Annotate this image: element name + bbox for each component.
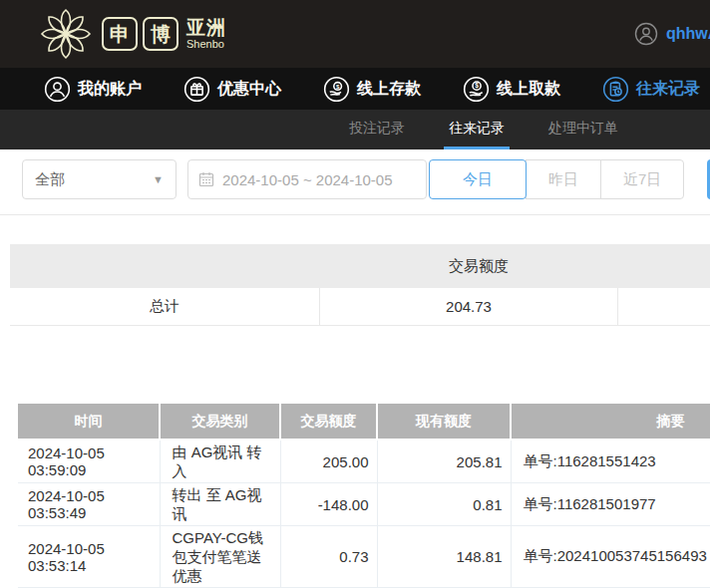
- nav-item-promo-center[interactable]: 优惠中心: [183, 76, 281, 103]
- nav-item-online-withdraw[interactable]: $ 线上取款: [463, 76, 560, 103]
- table-row: 2024-10-05 03:59:09 由 AG视讯 转入 205.00 205…: [18, 440, 710, 483]
- gift-icon: [183, 76, 210, 103]
- date-range-input[interactable]: 2024-10-05 ~ 2024-10-05: [187, 159, 427, 199]
- cell-type: 由 AG视讯 转入: [160, 440, 280, 483]
- calendar-icon: [198, 171, 214, 187]
- records-header-row: 时间 交易类别 交易额度 现有额度 摘要: [18, 404, 710, 440]
- col-type: 交易类别: [160, 404, 280, 440]
- tab-pending-orders[interactable]: 处理中订单: [543, 110, 623, 149]
- quick-date-buttons: 今日 昨日 近7日: [429, 159, 684, 199]
- yesterday-button[interactable]: 昨日: [526, 159, 601, 199]
- svg-text:$: $: [475, 82, 479, 90]
- cell-time: 2024-10-05 03:59:09: [18, 440, 160, 483]
- withdraw-hand-coin-icon: $: [463, 76, 490, 103]
- tab-bet-records[interactable]: 投注记录: [344, 110, 410, 149]
- cell-summary: 单号:116281501977: [511, 483, 710, 526]
- nav-label: 线上存款: [357, 79, 421, 100]
- cell-time: 2024-10-05 03:53:49: [18, 483, 160, 526]
- user-account[interactable]: qhhwA: [634, 22, 710, 46]
- cell-balance: 148.81: [377, 526, 511, 588]
- record-tab-bar: 投注记录 往来记录 处理中订单: [0, 110, 710, 149]
- site-logo[interactable]: 申 博 亚洲 Shenbo: [38, 6, 226, 62]
- nav-label: 线上取款: [497, 79, 560, 100]
- cell-time: 2024-10-05 03:53:14: [18, 526, 160, 588]
- cell-summary: 单号:116281551423: [511, 440, 710, 483]
- cell-type: CGPAY-CG钱包支付笔笔送优惠: [160, 526, 280, 588]
- nav-item-transaction-records[interactable]: 往来记录: [602, 76, 700, 103]
- records-clipboard-icon: [602, 76, 629, 103]
- col-amount: 交易额度: [280, 404, 377, 440]
- logo-subtitle: Shenbo: [186, 39, 226, 50]
- tab-transaction-records[interactable]: 往来记录: [444, 110, 510, 149]
- col-summary: 摘要: [511, 404, 710, 440]
- summary-table: 交易额度 总计 204.73: [10, 244, 710, 326]
- col-time: 时间: [18, 404, 160, 440]
- svg-text:$: $: [336, 82, 340, 89]
- cell-amount: 0.73: [280, 526, 377, 588]
- summary-total-row: 总计 204.73: [10, 288, 710, 326]
- username-text[interactable]: qhhwA: [666, 25, 710, 43]
- nav-item-my-account[interactable]: 我的账户: [44, 76, 142, 103]
- summary-empty-cell: [618, 288, 710, 325]
- cell-balance: 205.81: [377, 440, 511, 483]
- col-balance: 现有额度: [377, 404, 511, 440]
- summary-total-label: 总计: [10, 288, 319, 325]
- nav-label: 我的账户: [78, 79, 142, 100]
- main-nav: 我的账户 优惠中心 $ 线上存款 $: [0, 68, 710, 110]
- flower-logo-icon: [38, 6, 94, 62]
- user-icon: [44, 76, 71, 103]
- cell-balance: 0.81: [377, 483, 511, 526]
- summary-total-value: 204.73: [319, 288, 618, 325]
- cell-summary: 单号:202410053745156493: [511, 526, 710, 588]
- logo-char-bo: 博: [143, 17, 178, 51]
- summary-header: 交易额度: [10, 244, 710, 288]
- today-button[interactable]: 今日: [429, 159, 527, 199]
- type-select-value: 全部: [35, 170, 65, 189]
- nav-label: 往来记录: [636, 79, 700, 100]
- chevron-down-icon: ▼: [153, 173, 164, 185]
- type-select[interactable]: 全部 ▼: [22, 159, 177, 199]
- date-range-value: 2024-10-05 ~ 2024-10-05: [222, 171, 393, 188]
- section-divider: [0, 214, 710, 215]
- page-root: 申 博 亚洲 Shenbo qhhwA 我的账户: [0, 0, 710, 588]
- cell-type: 转出 至 AG视讯: [160, 483, 280, 526]
- records-table: 时间 交易类别 交易额度 现有额度 摘要 2024-10-05 03:59:09…: [18, 404, 710, 588]
- nav-item-online-deposit[interactable]: $ 线上存款: [323, 76, 421, 103]
- cell-amount: 205.00: [280, 440, 377, 483]
- table-row: 2024-10-05 03:53:49 转出 至 AG视讯 -148.00 0.…: [18, 483, 710, 526]
- cell-amount: -148.00: [280, 483, 377, 526]
- top-header: 申 博 亚洲 Shenbo qhhwA: [0, 0, 710, 68]
- user-avatar-icon: [634, 22, 658, 46]
- filter-row: 全部 ▼ 2024-10-05 ~ 2024-10-05 今日 昨日 近7日 查…: [22, 157, 710, 201]
- logo-char-shen: 申: [102, 17, 138, 51]
- summary-header-label: 交易额度: [329, 244, 628, 288]
- logo-region-text: 亚洲: [186, 18, 226, 37]
- table-row: 2024-10-05 03:53:14 CGPAY-CG钱包支付笔笔送优惠 0.…: [18, 526, 710, 588]
- last7days-button[interactable]: 近7日: [600, 159, 684, 199]
- deposit-hand-coin-icon: $: [323, 76, 350, 103]
- nav-label: 优惠中心: [217, 79, 281, 100]
